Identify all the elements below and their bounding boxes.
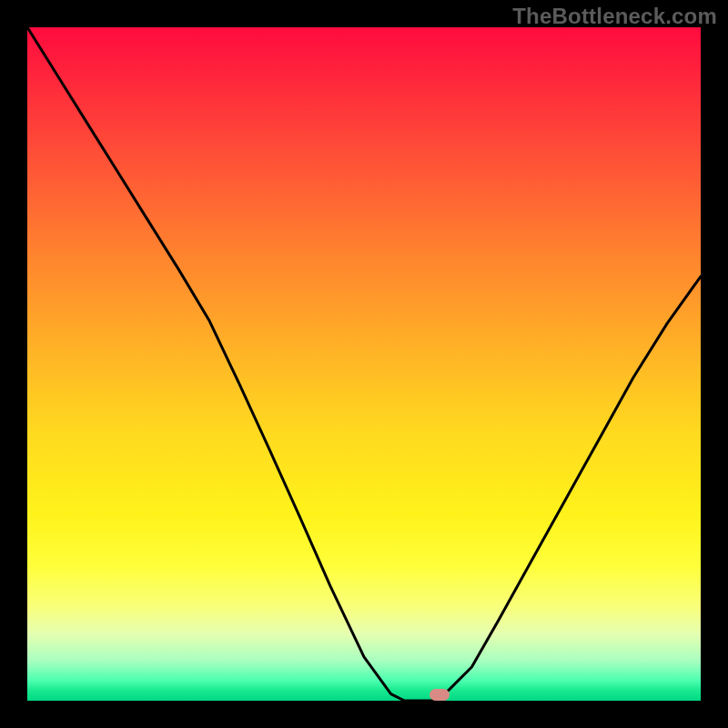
plot-area: [27, 27, 701, 701]
bottleneck-curve: [27, 27, 701, 701]
curve-svg: [27, 27, 701, 701]
optimal-marker: [430, 689, 450, 701]
watermark-text: TheBottleneck.com: [512, 4, 717, 29]
chart-frame: TheBottleneck.com: [0, 0, 728, 728]
